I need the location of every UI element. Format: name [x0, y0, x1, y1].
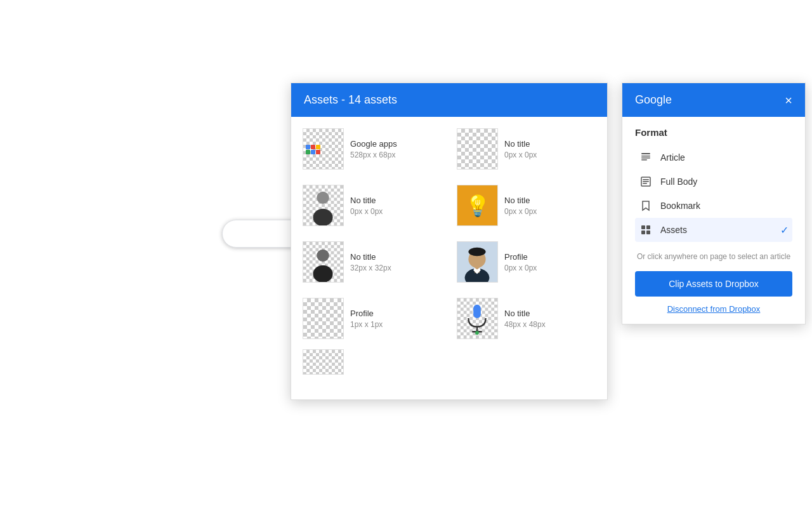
- svg-rect-31: [473, 305, 481, 318]
- asset-thumbnail: [303, 241, 344, 283]
- close-button[interactable]: ×: [785, 94, 792, 107]
- asset-name: No title: [350, 196, 383, 205]
- clip-assets-button[interactable]: Clip Assets to Dropbox: [635, 271, 792, 297]
- asset-size: 0px x 0px: [504, 264, 537, 272]
- list-item[interactable]: No title 0px x 0px: [452, 123, 601, 175]
- format-label: Full Body: [660, 177, 789, 187]
- google-panel-title: Google: [635, 93, 672, 107]
- asset-info: Google apps 528px x 68px: [350, 139, 397, 159]
- partial-thumb: [303, 349, 344, 375]
- list-item[interactable]: No title 0px x 0px: [298, 180, 447, 231]
- svg-rect-46: [646, 231, 650, 234]
- svg-rect-1: [311, 145, 315, 149]
- svg-point-11: [317, 192, 329, 204]
- asset-thumbnail: [457, 298, 498, 339]
- asset-size: 0px x 0px: [504, 150, 537, 159]
- asset-info: No title 0px x 0px: [504, 139, 537, 159]
- check-icon: ✓: [780, 224, 789, 236]
- format-option-bookmark[interactable]: Bookmark: [635, 194, 792, 218]
- hint-text: Or click anywhere on page to select an a…: [635, 251, 792, 262]
- format-label: Bookmark: [660, 201, 789, 211]
- assets-icon: [639, 223, 653, 237]
- asset-name: No title: [504, 139, 537, 149]
- svg-rect-41: [643, 181, 649, 182]
- asset-name: No title: [504, 196, 537, 205]
- svg-rect-45: [641, 231, 645, 234]
- assets-panel: Assets - 14 assets: [291, 83, 608, 400]
- assets-grid: Google apps 528px x 68px No title 0px x …: [298, 123, 601, 344]
- format-option-article[interactable]: Article: [635, 145, 792, 170]
- asset-thumbnail: [303, 298, 344, 339]
- svg-point-18: [317, 250, 329, 262]
- svg-point-24: [468, 248, 485, 257]
- google-panel: Google × Format Article: [622, 83, 806, 324]
- asset-size: 32px x 32px: [350, 264, 391, 272]
- svg-rect-35: [641, 153, 650, 154]
- asset-name: Profile: [504, 252, 537, 262]
- asset-size: 0px x 0px: [504, 207, 537, 216]
- format-option-assets[interactable]: Assets ✓: [635, 218, 792, 242]
- svg-point-34: [475, 331, 479, 335]
- svg-rect-40: [643, 179, 649, 180]
- format-option-fullbody[interactable]: Full Body: [635, 170, 792, 194]
- fullbody-icon: [639, 175, 653, 189]
- svg-rect-43: [641, 225, 645, 229]
- asset-size: 528px x 68px: [350, 150, 397, 159]
- list-item[interactable]: Google apps 528px x 68px: [298, 123, 447, 175]
- asset-info: No title 0px x 0px: [350, 196, 383, 216]
- svg-rect-44: [646, 225, 650, 229]
- asset-info: Profile 1px x 1px: [350, 309, 383, 329]
- list-item[interactable]: 💡 No title 0px x 0px: [452, 180, 601, 231]
- svg-rect-37: [641, 157, 650, 159]
- svg-rect-42: [643, 183, 647, 184]
- svg-point-12: [313, 209, 333, 226]
- partial-row: [298, 344, 601, 375]
- list-item[interactable]: No title 48px x 48px: [452, 293, 601, 344]
- svg-rect-3: [306, 150, 310, 154]
- asset-name: No title: [350, 252, 391, 262]
- format-label: Article: [660, 152, 789, 163]
- assets-panel-title: Assets - 14 assets: [304, 93, 397, 106]
- asset-size: 0px x 0px: [350, 207, 383, 216]
- list-item[interactable]: No title 32px x 32px: [298, 236, 447, 288]
- list-item[interactable]: Profile 0px x 0px: [452, 236, 601, 288]
- svg-point-19: [313, 265, 333, 283]
- google-panel-body: Format Article: [622, 117, 805, 324]
- asset-thumbnail: [457, 241, 498, 283]
- asset-thumbnail: [303, 128, 344, 170]
- svg-rect-0: [306, 145, 310, 149]
- asset-name: Profile: [350, 309, 383, 318]
- assets-panel-header: Assets - 14 assets: [291, 83, 607, 117]
- asset-info: No title 0px x 0px: [504, 196, 537, 216]
- asset-size: 48px x 48px: [504, 320, 546, 329]
- asset-info: No title 48px x 48px: [504, 309, 546, 329]
- asset-info: Profile 0px x 0px: [504, 252, 537, 272]
- bookmark-icon: [639, 199, 653, 213]
- format-label: Assets: [660, 225, 773, 235]
- svg-rect-4: [311, 150, 315, 154]
- asset-size: 1px x 1px: [350, 320, 383, 329]
- format-title: Format: [635, 127, 792, 138]
- article-icon: [639, 150, 653, 164]
- asset-name: Google apps: [350, 139, 397, 149]
- svg-rect-38: [641, 159, 647, 161]
- google-panel-header: Google ×: [622, 83, 805, 117]
- svg-rect-5: [316, 150, 320, 154]
- asset-info: No title 32px x 32px: [350, 252, 391, 272]
- asset-name: No title: [504, 309, 546, 318]
- svg-rect-2: [316, 145, 320, 149]
- assets-content[interactable]: Google apps 528px x 68px No title 0px x …: [291, 117, 607, 399]
- disconnect-link[interactable]: Disconnect from Dropbox: [635, 304, 792, 314]
- asset-thumbnail: 💡: [457, 185, 498, 226]
- list-item[interactable]: Profile 1px x 1px: [298, 293, 447, 344]
- svg-rect-36: [641, 156, 650, 157]
- asset-thumbnail: [303, 185, 344, 226]
- asset-thumbnail: [457, 128, 498, 170]
